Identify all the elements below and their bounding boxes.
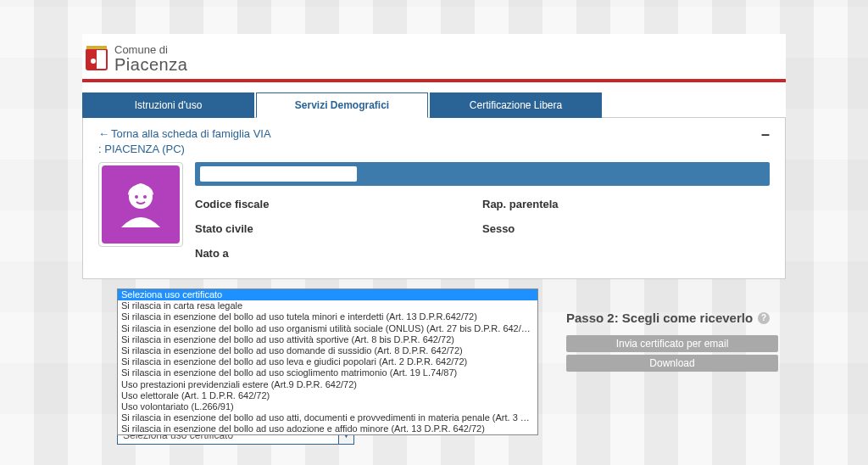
svg-point-6 bbox=[143, 195, 147, 199]
tab-servizi-demografici[interactable]: Servizi Demografici bbox=[256, 92, 428, 118]
main-tabs: Istruzioni d'uso Servizi Demografici Cer… bbox=[82, 92, 786, 118]
step2-panel: Passo 2: Scegli come riceverlo ? Invia c… bbox=[566, 311, 778, 374]
avatar-container bbox=[98, 162, 183, 247]
step2-title: Passo 2: Scegli come riceverlo ? bbox=[566, 311, 778, 325]
dropdown-option[interactable]: Uso volontariato (L.266/91) bbox=[118, 401, 537, 412]
municipality-crest-icon bbox=[84, 44, 109, 73]
label-rap-parentela: Rap. parentela bbox=[482, 198, 770, 210]
name-bar bbox=[195, 162, 770, 186]
content-panel: ←Torna alla scheda di famiglia VIA : PIA… bbox=[82, 117, 786, 279]
dropdown-option[interactable]: Si rilascia in esenzione del bollo ad us… bbox=[118, 367, 537, 378]
label-codice-fiscale: Codice fiscale bbox=[195, 198, 482, 210]
arrow-left-icon: ← bbox=[98, 127, 109, 140]
label-sesso: Sesso bbox=[482, 222, 770, 235]
profile-row: Codice fiscale Rap. parentela Stato civi… bbox=[98, 162, 770, 260]
back-to-family-link[interactable]: ←Torna alla scheda di famiglia VIA : PIA… bbox=[98, 126, 271, 157]
download-button[interactable]: Download bbox=[566, 355, 778, 372]
dropdown-option[interactable]: Si rilascia in esenzione del bollo ad us… bbox=[118, 334, 537, 345]
send-email-button[interactable]: Invia certificato per email bbox=[566, 335, 778, 352]
label-nato-a: Nato a bbox=[195, 247, 482, 260]
dropdown-option[interactable]: Si rilascia in esenzione del bollo ad us… bbox=[118, 345, 537, 356]
dropdown-option[interactable]: Uso prestazioni previdenziali estere (Ar… bbox=[118, 379, 537, 390]
dropdown-option[interactable]: Si rilascia in carta resa legale bbox=[118, 300, 537, 311]
dropdown-option[interactable]: Si rilascia in esenzione del bollo ad us… bbox=[118, 423, 537, 434]
svg-rect-2 bbox=[86, 46, 107, 49]
dropdown-option[interactable]: Uso elettorale (Art. 1 D.P.R. 642/72) bbox=[118, 390, 537, 401]
avatar-female-icon bbox=[102, 165, 180, 244]
tab-certificazione-libera[interactable]: Certificazione Libera bbox=[430, 92, 602, 118]
svg-point-3 bbox=[91, 59, 96, 64]
profile-info: Codice fiscale Rap. parentela Stato civi… bbox=[195, 162, 770, 260]
dropdown-option[interactable]: Si rilascia in esenzione del bollo ad us… bbox=[118, 311, 537, 322]
label-stato-civile: Stato civile bbox=[195, 222, 482, 235]
step2-title-text: Passo 2: Scegli come riceverlo bbox=[566, 311, 753, 325]
logo-text: Comune di Piacenza bbox=[114, 44, 187, 74]
tab-istruzioni[interactable]: Istruzioni d'uso bbox=[82, 92, 254, 118]
dropdown-option[interactable]: Si rilascia in esenzione del bollo ad us… bbox=[118, 412, 537, 423]
name-value bbox=[200, 166, 357, 182]
logo-line1: Comune di bbox=[114, 44, 187, 56]
collapse-icon[interactable]: – bbox=[761, 126, 770, 142]
logo-line2: Piacenza bbox=[114, 56, 187, 74]
svg-point-5 bbox=[135, 195, 138, 199]
back-link-text: Torna alla scheda di famiglia VIA : PIAC… bbox=[98, 127, 271, 155]
help-icon[interactable]: ? bbox=[758, 312, 770, 324]
header-logo-row: Comune di Piacenza bbox=[82, 34, 786, 82]
uso-certificato-dropdown-list[interactable]: Seleziona uso certificato Si rilascia in… bbox=[117, 289, 538, 435]
dropdown-option[interactable]: Si rilascia in esenzione del bollo ad us… bbox=[118, 323, 537, 334]
dropdown-option[interactable]: Seleziona uso certificato bbox=[118, 289, 537, 300]
dropdown-option[interactable]: Si rilascia in esenzione del bollo ad us… bbox=[118, 356, 537, 367]
